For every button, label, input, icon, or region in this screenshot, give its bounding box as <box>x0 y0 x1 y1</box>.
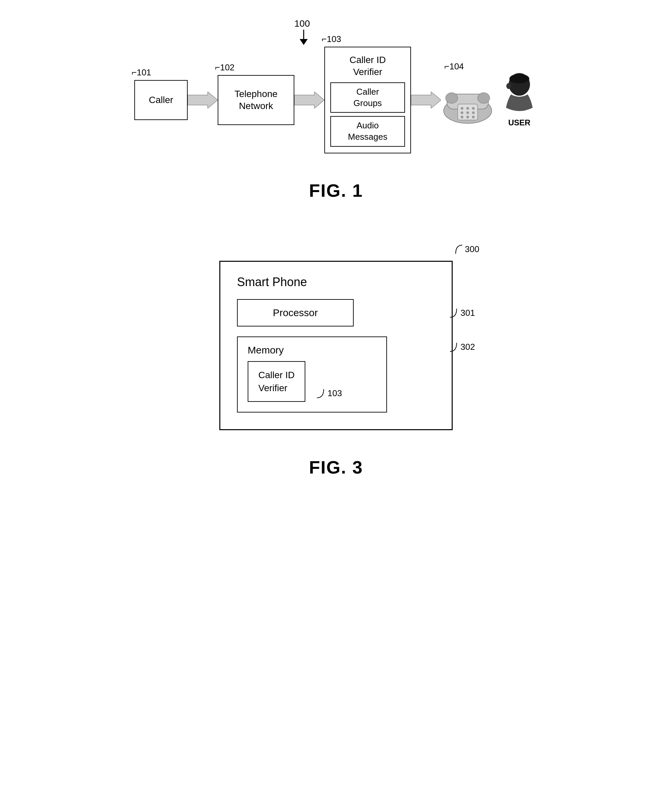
fig3-diagram: 300 Smart Phone Processor 301 <box>219 261 453 430</box>
fig3-section: 300 Smart Phone Processor 301 <box>27 241 645 477</box>
phone-icon <box>441 74 494 128</box>
memory-outer: Memory Caller ID Verifier <box>237 336 387 412</box>
user-silhouette <box>501 73 538 116</box>
smart-phone-outer: Smart Phone Processor 301 <box>219 261 453 430</box>
arrow2 <box>294 92 324 108</box>
label-100: 100 <box>294 18 310 46</box>
svg-point-16 <box>461 116 463 118</box>
caller-id-verifier-inner: Caller ID Verifier <box>248 361 305 402</box>
phone-area: ⌐104 <box>441 74 494 128</box>
svg-point-17 <box>466 116 469 118</box>
audio-messages-box: Audio Messages <box>330 116 405 147</box>
label-300: 300 <box>453 244 479 254</box>
caller-groups-box: Caller Groups <box>330 82 405 113</box>
svg-point-11 <box>466 107 469 110</box>
svg-marker-2 <box>188 92 218 108</box>
svg-marker-3 <box>294 92 324 108</box>
memory-row: Memory Caller ID Verifier <box>237 336 435 412</box>
svg-point-18 <box>472 116 475 118</box>
svg-point-20 <box>509 74 529 83</box>
phone-user-area: ⌐104 <box>441 73 538 128</box>
telecom-container: ⌐102 Telephone Network <box>218 75 294 125</box>
svg-marker-4 <box>411 92 441 108</box>
telecom-box: Telephone Network <box>218 75 294 125</box>
processor-row: Processor 301 <box>237 299 435 327</box>
fig1-caption: FIG. 1 <box>309 180 363 201</box>
memory-title: Memory <box>248 344 376 356</box>
svg-point-7 <box>446 93 458 103</box>
user-area: USER <box>501 73 538 128</box>
svg-point-10 <box>461 107 463 110</box>
svg-point-15 <box>472 112 475 114</box>
fig1-diagram: 100 ⌐101 Caller ⌐102 <box>134 47 538 154</box>
svg-point-12 <box>472 107 475 110</box>
svg-marker-1 <box>300 39 308 45</box>
caller-box: Caller <box>134 80 188 120</box>
caller-id-verifier-box: Caller ID Verifier Caller Groups Audio M… <box>324 47 411 154</box>
label-103-fig3: 103 <box>316 388 342 398</box>
smart-phone-title: Smart Phone <box>237 275 435 289</box>
fig1-section: 100 ⌐101 Caller ⌐102 <box>27 20 645 201</box>
svg-point-8 <box>478 93 489 103</box>
processor-box: Processor <box>237 299 354 327</box>
caller-container: ⌐101 Caller <box>134 80 188 120</box>
svg-point-13 <box>461 112 463 114</box>
label-302: 302 <box>449 342 475 352</box>
svg-point-14 <box>466 112 469 114</box>
fig3-caption: FIG. 3 <box>309 457 363 477</box>
caller-id-verifier-container: ⌐103 Caller ID Verifier Caller Groups Au… <box>324 47 411 154</box>
caller-id-verifier-inner-container: Caller ID Verifier 103 <box>248 361 305 402</box>
arrow1 <box>188 92 218 108</box>
arrow3 <box>411 92 441 108</box>
svg-point-21 <box>506 83 511 89</box>
label-301: 301 <box>449 308 475 318</box>
